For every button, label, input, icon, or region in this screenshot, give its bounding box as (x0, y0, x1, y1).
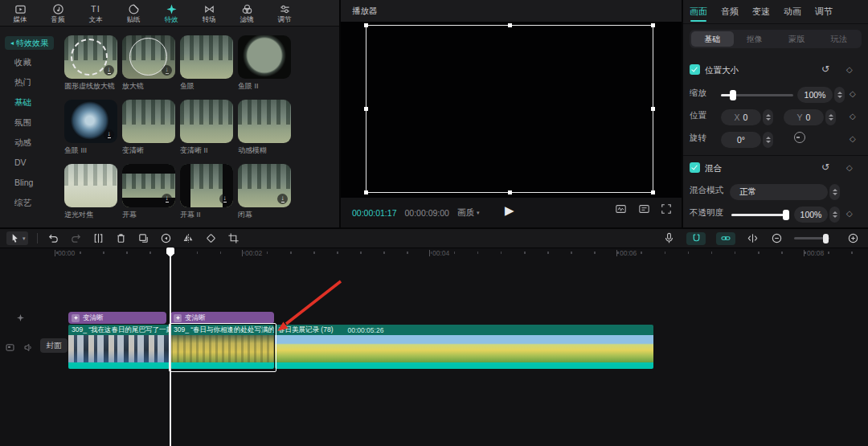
keyframe-diamond-icon[interactable]: ◇ (850, 90, 856, 98)
blend-checkbox[interactable] (690, 162, 700, 173)
subtab-cutout[interactable]: 抠像 (734, 31, 776, 47)
toolbar-item-text[interactable]: TI 文本 (80, 3, 111, 23)
tab-picture[interactable]: 画面 (690, 6, 707, 22)
opacity-slider[interactable] (731, 214, 789, 216)
effect-clip[interactable]: 变清晰 (170, 312, 274, 324)
rotate-value[interactable]: 0° (721, 132, 761, 148)
player-canvas[interactable] (341, 22, 682, 198)
blend-mode-stepper[interactable] (829, 184, 840, 200)
reverse-button[interactable] (159, 231, 173, 245)
fullscreen-icon[interactable] (661, 203, 672, 215)
toolbar-item-adjust[interactable]: 调节 (269, 3, 300, 23)
reset-icon[interactable]: ↺ (821, 64, 829, 74)
mirror-button[interactable] (182, 231, 195, 245)
effect-item[interactable]: 鱼眼 II (238, 35, 291, 92)
video-frame-selection[interactable] (366, 25, 653, 193)
effect-item[interactable]: 变清晰 II (180, 100, 233, 156)
preview-wave-icon[interactable] (614, 203, 628, 215)
tab-speed[interactable]: 变速 (752, 6, 770, 22)
link-preview-toggle[interactable] (716, 232, 735, 245)
position-x-stepper[interactable] (763, 109, 773, 125)
position-y-field[interactable]: Y0 (784, 109, 824, 125)
mute-track-icon[interactable] (23, 342, 34, 353)
reset-icon[interactable]: ↺ (821, 162, 829, 172)
effect-clip[interactable]: 变清晰 (68, 312, 166, 324)
ratio-icon[interactable] (637, 203, 651, 215)
scale-slider-knob[interactable] (730, 90, 736, 100)
category-dynamic[interactable]: 动感 (14, 137, 61, 147)
zoom-out-icon[interactable] (770, 231, 784, 245)
keyframe-diamond-icon[interactable]: ◇ (846, 66, 853, 74)
toolbar-item-sticker[interactable]: 贴纸 (118, 3, 149, 23)
rotate-button[interactable] (204, 231, 218, 245)
effect-item[interactable]: ↓ 放大镜 (122, 35, 175, 92)
opacity-value[interactable]: 100% (794, 207, 828, 223)
opacity-stepper[interactable] (829, 207, 840, 223)
video-clip-selected[interactable]: 309_ “春日与你相逢的处处写满的樱花记录 (170, 325, 274, 369)
effect-item[interactable]: ↓ 开幕 II (180, 164, 233, 220)
effect-item[interactable]: ↓ 开幕 (122, 164, 175, 220)
category-hot[interactable]: 热门 (14, 77, 61, 87)
tab-audio[interactable]: 音频 (721, 6, 739, 22)
subtab-mask[interactable]: 蒙版 (776, 31, 818, 47)
cover-button[interactable]: 封面 (40, 338, 68, 353)
timeline-zoom-knob[interactable] (823, 234, 829, 243)
category-dv[interactable]: DV (14, 158, 61, 167)
tab-adjust[interactable]: 调节 (815, 6, 833, 22)
scale-slider[interactable] (721, 94, 793, 96)
undo-button[interactable] (47, 231, 60, 245)
toolbar-item-audio[interactable]: 音频 (43, 3, 73, 23)
toolbar-item-media[interactable]: 媒体 (5, 3, 35, 23)
toolbar-item-transition[interactable]: 转场 (194, 3, 224, 23)
frame-handle[interactable] (364, 107, 368, 111)
category-ambience[interactable]: 氛围 (14, 117, 61, 127)
split-button[interactable] (92, 231, 105, 245)
subtab-play[interactable]: 玩法 (818, 31, 861, 47)
scale-stepper[interactable] (834, 87, 845, 103)
scale-value[interactable]: 100% (797, 87, 833, 103)
position-size-checkbox[interactable] (690, 64, 700, 75)
frame-handle[interactable] (364, 23, 368, 27)
frame-handle[interactable] (651, 190, 655, 194)
freeze-frame-button[interactable] (137, 231, 150, 245)
effect-item[interactable]: ↓ 闭幕 (238, 164, 291, 220)
frame-handle[interactable] (364, 190, 368, 194)
opacity-slider-knob[interactable] (783, 210, 789, 220)
effects-back-button[interactable]: ◂ 特效效果 (5, 36, 54, 50)
toolbar-item-effects[interactable]: 特效 (156, 3, 186, 23)
play-button[interactable]: ▶ (505, 204, 514, 216)
zoom-fit-icon[interactable] (846, 231, 860, 245)
frame-handle[interactable] (508, 190, 512, 194)
effect-item[interactable]: 鱼眼 (180, 35, 233, 92)
video-clip[interactable]: 春日美展记录 (78) 00:00:05:26 (275, 325, 653, 369)
quality-dropdown[interactable]: 画质 ▾ (457, 207, 480, 219)
effect-item[interactable]: ↓ 鱼眼 III (64, 100, 117, 156)
redo-button[interactable] (69, 231, 83, 245)
timeline-zoom-slider[interactable] (794, 237, 829, 239)
crop-button[interactable] (227, 231, 240, 245)
category-basic[interactable]: 基础 (14, 97, 61, 107)
rotate-stepper[interactable] (763, 132, 773, 148)
category-favorites[interactable]: 收藏 (14, 57, 61, 67)
frame-handle[interactable] (508, 23, 512, 27)
effect-item[interactable]: ↓ 圆形虚线放大镜 (64, 35, 117, 92)
position-x-field[interactable]: X0 (721, 109, 761, 125)
subtab-basic[interactable]: 基础 (691, 31, 734, 47)
category-bling[interactable]: Bling (14, 178, 61, 187)
timeline-ruler[interactable]: 00:00 00:02 00:04 00:06 00:08 (0, 248, 868, 260)
frame-handle[interactable] (651, 23, 655, 27)
video-track-toggle-icon[interactable] (5, 342, 15, 353)
select-tool-button[interactable]: ▾ (6, 231, 28, 245)
keyframe-diamond-icon[interactable]: ◇ (846, 210, 853, 218)
effect-item[interactable]: 逆光对焦 (64, 164, 117, 220)
tab-animation[interactable]: 动画 (784, 6, 801, 22)
blend-mode-dropdown[interactable]: 正常 (730, 184, 828, 200)
keyframe-diamond-icon[interactable]: ◇ (850, 135, 856, 143)
frame-handle[interactable] (651, 107, 655, 111)
effect-item[interactable]: 动感模糊 (238, 100, 291, 156)
toolbar-item-filter[interactable]: 滤镜 (231, 3, 262, 23)
record-voiceover-icon[interactable] (662, 231, 676, 245)
category-variety[interactable]: 综艺 (14, 198, 61, 207)
effect-item[interactable]: 变清晰 (122, 100, 175, 156)
rotate-dial[interactable] (794, 132, 805, 143)
